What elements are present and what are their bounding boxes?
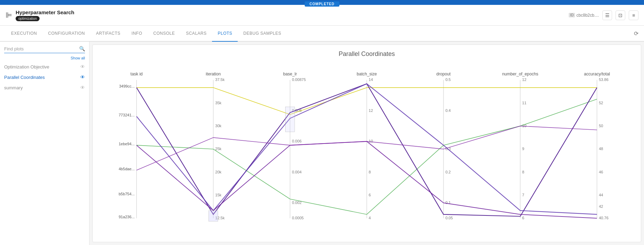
plot-title: Parallel Coordinates (339, 50, 395, 58)
tab-execution[interactable]: EXECUTION (6, 26, 43, 42)
show-all-button[interactable]: Show all (0, 56, 89, 62)
sidebar: 🔍 Show all Optimization Objective 👁 Para… (0, 42, 90, 245)
svg-text:44: 44 (599, 193, 603, 197)
content-area: Parallel Coordinates task id iteration b… (92, 44, 641, 242)
svg-text:base_lr: base_lr (283, 72, 297, 76)
svg-text:30k: 30k (215, 124, 221, 128)
svg-text:42: 42 (599, 204, 603, 209)
id-prefix: ID (569, 13, 575, 17)
optimization-badge: optimization (16, 16, 40, 21)
svg-text:14: 14 (369, 77, 373, 82)
svg-text:40.76: 40.76 (599, 216, 609, 220)
svg-text:25k: 25k (215, 147, 221, 151)
split-view-btn[interactable]: ⊡ (616, 10, 625, 20)
svg-text:8: 8 (369, 170, 371, 174)
sidebar-item-parallel-coordinates[interactable]: Parallel Coordinates 👁 (0, 72, 89, 82)
sidebar-item-label-optimization: Optimization Objective (4, 64, 78, 70)
main-layout: 🔍 Show all Optimization Objective 👁 Para… (0, 42, 644, 245)
svg-text:4b5dae...: 4b5dae... (119, 167, 135, 171)
svg-text:task id: task id (130, 72, 143, 76)
svg-text:batch_size: batch_size (357, 72, 377, 76)
svg-text:48: 48 (599, 147, 603, 151)
svg-text:0.004: 0.004 (292, 170, 302, 174)
header: ⊫ Hyperparameter Search optimization ID … (0, 5, 644, 26)
svg-text:number_of_epochs: number_of_epochs (502, 72, 538, 76)
svg-text:dropout: dropout (437, 72, 451, 76)
sidebar-search[interactable]: 🔍 (4, 46, 85, 53)
eye-hidden-icon-2: 👁 (80, 85, 85, 90)
menu-btn[interactable]: ≡ (629, 10, 638, 20)
top-bar: COMPLETED (0, 0, 644, 5)
svg-text:0.00875: 0.00875 (292, 77, 306, 82)
svg-text:accuracy/total: accuracy/total (584, 72, 610, 76)
svg-text:773241...: 773241... (119, 113, 135, 117)
svg-text:15k: 15k (215, 193, 221, 197)
svg-text:0.05: 0.05 (446, 216, 453, 220)
svg-text:91a236...: 91a236... (119, 215, 135, 219)
svg-text:7: 7 (522, 193, 524, 197)
svg-text:1ebe94...: 1ebe94... (119, 142, 135, 146)
svg-text:8: 8 (522, 170, 524, 174)
parallel-coordinates-chart: task id iteration base_lr batch_size dro… (98, 62, 635, 236)
search-icon: 🔍 (79, 46, 85, 51)
search-input[interactable] (4, 46, 79, 51)
svg-text:50: 50 (599, 124, 603, 128)
tab-debug-samples[interactable]: DEBUG SAMPLES (238, 26, 287, 42)
svg-text:6: 6 (522, 216, 524, 220)
tab-console[interactable]: CONSOLE (148, 26, 180, 42)
sidebar-item-optimization-objective[interactable]: Optimization Objective 👁 (0, 62, 89, 72)
svg-text:0.4: 0.4 (446, 108, 451, 113)
nav-tabs: EXECUTION CONFIGURATION ARTIFACTS INFO C… (0, 26, 644, 42)
tab-artifacts[interactable]: ARTIFACTS (91, 26, 126, 42)
refresh-icon[interactable]: ⟳ (634, 30, 638, 37)
svg-text:4: 4 (369, 216, 371, 220)
svg-rect-61 (286, 107, 295, 132)
svg-text:10: 10 (369, 139, 373, 143)
svg-text:0.006: 0.006 (292, 139, 302, 143)
header-right: ID cbc8b2cb.... ☰ ⊡ ≡ (569, 10, 638, 20)
svg-text:0.2: 0.2 (446, 170, 451, 174)
svg-text:12: 12 (522, 77, 526, 82)
sidebar-item-label-parallel: Parallel Coordinates (4, 75, 78, 80)
svg-text:b5b754...: b5b754... (119, 192, 135, 196)
eye-visible-icon: 👁 (80, 74, 85, 80)
app-icon: ⊫ (6, 11, 12, 20)
svg-text:iteration: iteration (206, 72, 221, 76)
tab-plots[interactable]: PLOTS (212, 26, 238, 42)
tab-configuration[interactable]: CONFIGURATION (43, 26, 91, 42)
svg-text:52: 52 (599, 101, 603, 105)
svg-text:46: 46 (599, 170, 603, 174)
svg-text:0.5: 0.5 (446, 77, 451, 82)
svg-text:9: 9 (522, 147, 524, 151)
view-toggle-btn[interactable]: ☰ (602, 10, 612, 20)
tab-info[interactable]: INFO (126, 26, 148, 42)
svg-text:6: 6 (369, 193, 371, 197)
svg-text:12: 12 (369, 108, 373, 113)
chart-container: task id iteration base_lr batch_size dro… (98, 62, 635, 236)
header-title-block: Hyperparameter Search optimization (16, 9, 74, 21)
sidebar-item-label-summary: summary (4, 85, 78, 90)
svg-text:35k: 35k (215, 101, 221, 105)
tab-scalars[interactable]: SCALARS (180, 26, 212, 42)
svg-text:20k: 20k (215, 170, 221, 174)
svg-rect-60 (209, 211, 218, 221)
svg-text:0.0005: 0.0005 (292, 216, 304, 220)
svg-text:11: 11 (522, 101, 526, 105)
task-id-value: cbc8b2cb.... (576, 13, 599, 18)
svg-text:53.86: 53.86 (599, 77, 609, 82)
svg-text:3499cc...: 3499cc... (119, 84, 135, 88)
completed-badge: COMPLETED (305, 1, 339, 7)
eye-hidden-icon: 👁 (80, 64, 85, 70)
svg-text:37.5k: 37.5k (215, 77, 225, 82)
task-id: ID cbc8b2cb.... (569, 13, 599, 18)
page-title: Hyperparameter Search (16, 9, 74, 15)
sidebar-item-summary[interactable]: summary 👁 (0, 82, 89, 93)
